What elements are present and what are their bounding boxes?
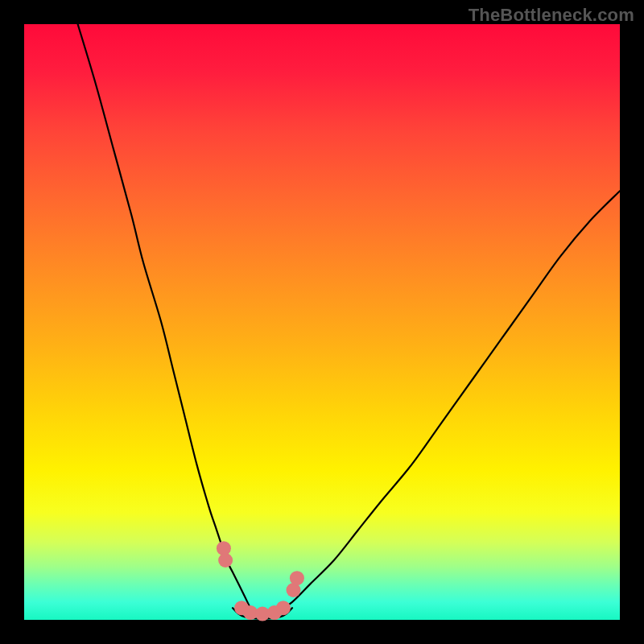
curve-layer [24, 24, 620, 620]
valley-marker [290, 571, 304, 585]
curve-group [78, 24, 620, 620]
series-right-curve [262, 191, 620, 620]
valley-marker [218, 553, 233, 568]
plot-area [24, 24, 620, 620]
valley-marker [276, 601, 291, 615]
series-left-curve [78, 24, 262, 620]
watermark-text: TheBottleneck.com [469, 5, 634, 26]
chart-frame: TheBottleneck.com [0, 0, 644, 644]
